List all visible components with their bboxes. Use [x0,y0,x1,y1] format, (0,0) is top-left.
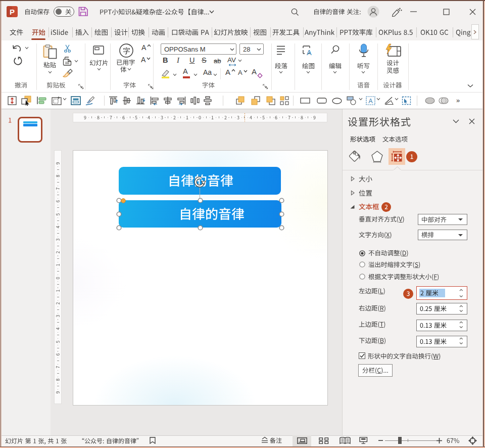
svg-text:A: A [307,49,312,56]
svg-text:P: P [10,8,15,16]
svg-text:A: A [368,98,372,105]
